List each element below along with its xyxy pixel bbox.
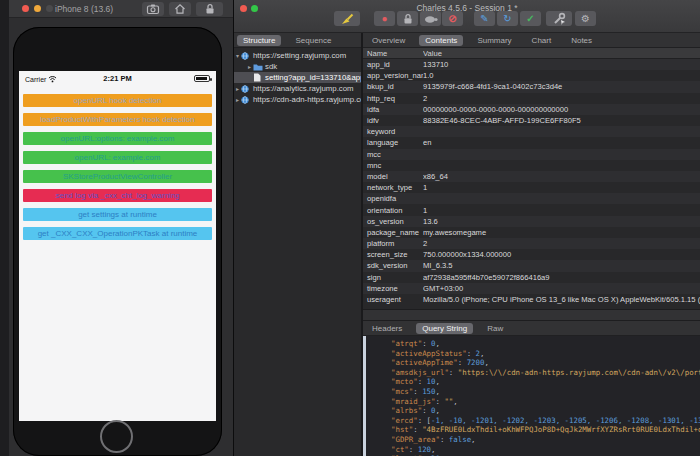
param-value: x86_64 [423, 172, 700, 181]
table-row[interactable]: languageen [363, 137, 700, 148]
table-row[interactable]: idfv88382E46-8CEC-4ABF-AFFD-199CE6FF80F5 [363, 115, 700, 126]
table-row[interactable]: sdk_versionMI_6.3.5 [363, 260, 700, 271]
param-value: 133710 [423, 60, 700, 69]
sim-app-button[interactable]: openURL:options: example.com [23, 132, 212, 145]
code-line: "mraid_js": "", [391, 397, 700, 407]
code-line: "activeAppStatus": 2, [391, 349, 700, 359]
table-row[interactable]: keyword [363, 126, 700, 137]
simulator-window: iPhone 8 (13.6) [0, 0, 233, 456]
table-header: Name Value [363, 48, 700, 59]
param-name: idfv [363, 116, 423, 125]
sim-app-button[interactable]: get settings at runtime [23, 208, 212, 221]
clear-session-button[interactable] [334, 11, 360, 26]
sim-app-button[interactable]: loadProductWithParameters hook detection [23, 113, 212, 126]
ssl-proxying-button[interactable] [397, 11, 418, 26]
disclosure-triangle-icon[interactable]: ▸ [246, 63, 253, 70]
param-value: 9135979f-c668-4fd1-9ca1-0402c73c3d4e [423, 82, 700, 91]
table-row[interactable]: openidfa [363, 193, 700, 204]
simulator-titlebar: iPhone 8 (13.6) [9, 0, 233, 18]
disclosure-triangle-icon[interactable]: ▸ [234, 96, 241, 103]
param-value: Mozilla/5.0 (iPhone; CPU iPhone OS 13_6 … [423, 295, 700, 304]
params-table: app_id133710app_version_name1.0bkup_id91… [363, 59, 700, 305]
param-value: 1 [423, 183, 700, 192]
throttle-button[interactable] [420, 11, 441, 26]
zoom-traffic-light[interactable] [46, 5, 53, 12]
table-row[interactable]: bkup_id9135979f-c668-4fd1-9ca1-0402c73c3… [363, 81, 700, 92]
lock-button-toolbar[interactable] [196, 2, 223, 16]
screenshot-button[interactable] [142, 2, 164, 16]
sim-app-button[interactable]: openURL hook detection [23, 94, 212, 107]
tab-query-string[interactable]: Query String [416, 323, 473, 334]
param-name: app_id [363, 60, 423, 69]
tab-raw[interactable]: Raw [481, 323, 509, 334]
code-scrollbar[interactable] [363, 336, 366, 456]
table-row[interactable]: orientation1 [363, 204, 700, 215]
tree-item[interactable]: ▸https://cdn-adn-https.rayjump.com [234, 94, 361, 105]
tab-chart[interactable]: Chart [526, 35, 558, 46]
table-row[interactable]: http_req2 [363, 93, 700, 104]
code-line: "GDPR_area": false, [391, 435, 700, 445]
contents-panel: OverviewContentsSummaryChartNotes Name V… [363, 33, 700, 456]
table-row[interactable]: mcc [363, 149, 700, 160]
home-button[interactable] [100, 420, 133, 453]
sim-app-button[interactable]: SKStoreProductViewController [23, 170, 212, 183]
table-row[interactable]: modelx86_64 [363, 171, 700, 182]
breakpoints-button[interactable]: ⊘ [442, 11, 463, 26]
column-value[interactable]: Value [423, 49, 700, 58]
param-name: openidfa [363, 194, 423, 203]
table-row[interactable]: platform2 [363, 238, 700, 249]
disclosure-triangle-icon[interactable]: ▸ [234, 85, 241, 92]
tree-item-label: sdk [265, 62, 277, 71]
param-value: 1.0 [423, 71, 700, 80]
tools-button[interactable] [546, 11, 572, 26]
record-button[interactable]: ● [374, 11, 395, 26]
sim-app-button[interactable]: get _CXX_CXX_OperationPKTask at runtime [23, 227, 212, 240]
table-row[interactable]: screen_size750.000000x1334.000000 [363, 249, 700, 260]
tab-headers[interactable]: Headers [366, 323, 408, 334]
breakpoints-block-icon: ⊘ [448, 14, 456, 24]
column-name[interactable]: Name [363, 49, 423, 58]
minimize-traffic-light[interactable] [34, 5, 41, 12]
table-row[interactable]: network_type1 [363, 182, 700, 193]
tree-item[interactable]: ▸https://analytics.rayjump.com [234, 83, 361, 94]
repeat-button[interactable]: ↻ [497, 11, 518, 26]
table-row[interactable]: app_id133710 [363, 59, 700, 70]
disclosure-triangle-icon[interactable]: ▾ [234, 52, 241, 59]
tree-item[interactable]: ▸sdk [234, 61, 361, 72]
simulator-title: iPhone 8 (13.6) [55, 4, 113, 14]
lock-icon [204, 3, 216, 15]
param-name: keyword [363, 127, 423, 136]
table-row[interactable]: timezoneGMT+03:00 [363, 283, 700, 294]
close-traffic-light[interactable] [22, 5, 29, 12]
tab-summary[interactable]: Summary [471, 35, 517, 46]
param-name: sign [363, 273, 423, 282]
tree-item-label: https://analytics.rayjump.com [253, 84, 354, 93]
table-row[interactable]: useragentMozilla/5.0 (iPhone; CPU iPhone… [363, 294, 700, 305]
tab-structure[interactable]: Structure [237, 35, 281, 46]
param-name: sdk_version [363, 261, 423, 270]
tab-notes[interactable]: Notes [565, 35, 598, 46]
home-button-toolbar[interactable] [169, 2, 191, 16]
tab-overview[interactable]: Overview [366, 35, 411, 46]
sim-app-button[interactable]: openURL: example.com [23, 151, 212, 164]
tree-item[interactable]: setting?app_id=133710&app_version_n [234, 72, 361, 83]
table-row[interactable]: package_namemy.awesomegame [363, 227, 700, 238]
code-line: "hst": "4BzFRUE0LdxThdil+oKhWFPQJoP8D+Qq… [391, 425, 700, 435]
horizontal-splitter[interactable] [363, 309, 700, 321]
tree-item-label: https://cdn-adn-https.rayjump.com [253, 95, 361, 104]
table-row[interactable]: os_version13.6 [363, 216, 700, 227]
sim-app-button[interactable]: send log via _cxx_cht_log_warning [23, 189, 212, 202]
clock-label: 2:21 PM [19, 74, 216, 83]
globe-icon [241, 85, 251, 93]
table-row[interactable]: idfa00000000-0000-0000-0000-000000000000 [363, 104, 700, 115]
tab-contents[interactable]: Contents [419, 35, 463, 46]
validate-button[interactable]: ✓ [520, 11, 541, 26]
table-row[interactable]: signaf72938a595ff4b70e59072f866416a9 [363, 272, 700, 283]
tree-item[interactable]: ▾https://setting.rayjump.com [234, 50, 361, 61]
table-row[interactable]: mnc [363, 160, 700, 171]
table-row[interactable]: app_version_name1.0 [363, 70, 700, 81]
tab-sequence[interactable]: Sequence [289, 35, 337, 46]
compose-button[interactable]: ✎ [474, 11, 495, 26]
clear-session-broom-icon [340, 13, 354, 25]
settings-button[interactable]: ⚙ [575, 11, 596, 26]
